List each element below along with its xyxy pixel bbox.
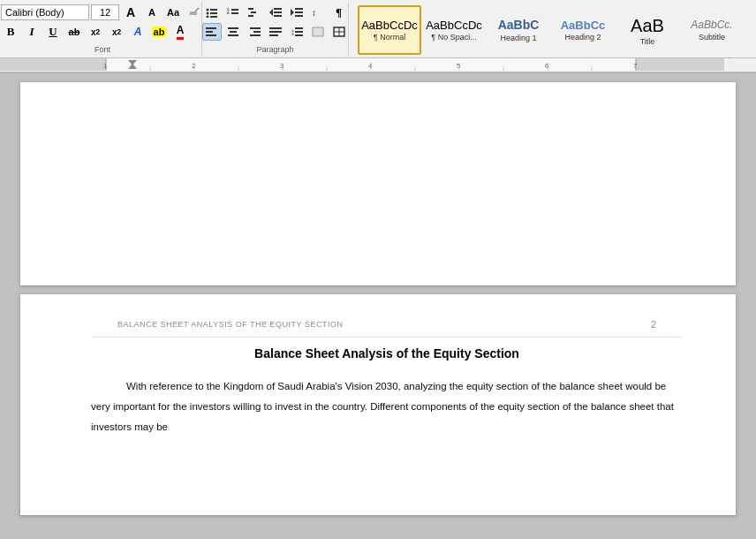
svg-rect-3	[210, 9, 217, 11]
font-group: Calibri (Body) 12 A A Aa	[4, 2, 202, 56]
subscript-button[interactable]: x2	[86, 23, 105, 41]
sort-icon: ↕	[312, 7, 324, 18]
svg-rect-27	[228, 27, 238, 29]
svg-text:↕: ↕	[291, 27, 295, 37]
svg-point-6	[206, 16, 208, 19]
style-normal[interactable]: AaBbCcDc ¶ Normal	[358, 5, 421, 55]
decrease-indent-icon	[269, 7, 282, 18]
ruler-svg: 1 2 3 4 5 6 7	[0, 58, 724, 71]
style-heading2-label: Heading 2	[564, 33, 601, 42]
style-heading1[interactable]: AaBbC Heading 1	[487, 5, 550, 55]
bold-button[interactable]: B	[1, 23, 20, 41]
font-color-button[interactable]: A	[170, 23, 190, 41]
toolbar: Calibri (Body) 12 A A Aa	[0, 0, 756, 73]
decrease-indent-button[interactable]	[266, 4, 285, 21]
document-area: BALANCE SHEET ANALYSIS OF THE EQUITY SEC…	[0, 73, 756, 524]
svg-rect-13	[251, 11, 256, 13]
style-no-spacing[interactable]: AaBbCcDc ¶ No Spaci...	[422, 5, 486, 55]
align-left-button[interactable]	[202, 23, 222, 41]
multilevel-list-button[interactable]	[245, 4, 264, 21]
eraser-icon	[188, 6, 200, 19]
italic-button[interactable]: I	[22, 23, 42, 41]
page-header-title: BALANCE SHEET ANALYSIS OF THE EQUITY SEC…	[117, 320, 343, 329]
show-paragraph-button[interactable]: ¶	[329, 4, 349, 21]
svg-rect-18	[274, 15, 282, 17]
page-2[interactable]: BALANCE SHEET ANALYSIS OF THE EQUITY SEC…	[20, 294, 736, 515]
svg-rect-34	[269, 31, 282, 33]
svg-text:7: 7	[633, 62, 638, 70]
shading-button[interactable]	[308, 23, 328, 41]
increase-indent-icon	[291, 7, 303, 18]
ribbon: Calibri (Body) 12 A A Aa	[0, 0, 756, 58]
svg-rect-22	[295, 15, 303, 17]
ruler: 1 2 3 4 5 6 7	[0, 58, 756, 72]
svg-rect-24	[206, 27, 216, 29]
svg-rect-16	[274, 8, 282, 10]
bullets-button[interactable]	[202, 4, 222, 21]
numbering-button[interactable]: 1. 2.	[223, 4, 243, 21]
style-title-label: Title	[640, 37, 655, 46]
shrink-font-button[interactable]: A	[142, 4, 162, 21]
style-subtitle[interactable]: AaBbCc. Subtitle	[680, 5, 744, 55]
svg-text:5: 5	[457, 62, 461, 70]
svg-rect-44	[0, 58, 106, 71]
style-title[interactable]: AaB Title	[616, 5, 679, 55]
page-1[interactable]	[20, 82, 736, 285]
style-normal-preview: AaBbCcDc	[361, 19, 418, 33]
svg-text:2.: 2.	[227, 11, 230, 15]
para-row2: ↕	[202, 23, 349, 41]
borders-button[interactable]	[329, 23, 349, 41]
svg-text:3: 3	[280, 62, 284, 70]
svg-rect-30	[250, 27, 261, 29]
multilevel-icon	[248, 7, 261, 18]
style-heading2[interactable]: AaBbCc Heading 2	[551, 5, 615, 55]
style-title-preview: AaB	[631, 15, 664, 36]
align-center-icon	[227, 27, 239, 37]
text-effects-button[interactable]: A	[128, 23, 147, 41]
justify-button[interactable]	[266, 23, 285, 41]
sort-button[interactable]: ↕	[308, 4, 328, 21]
align-right-button[interactable]	[245, 23, 264, 41]
svg-point-4	[206, 12, 208, 15]
font-name-box[interactable]: Calibri (Body)	[1, 4, 89, 20]
svg-rect-31	[253, 31, 261, 33]
font-size-text: 12	[100, 7, 110, 18]
svg-rect-32	[250, 34, 261, 36]
style-no-spacing-preview: AaBbCcDc	[426, 19, 482, 33]
svg-rect-7	[210, 16, 217, 18]
svg-rect-35	[269, 34, 278, 36]
svg-rect-5	[210, 12, 217, 14]
align-left-icon	[206, 27, 218, 37]
svg-rect-14	[248, 15, 253, 17]
numbering-icon: 1. 2.	[227, 7, 239, 18]
svg-marker-15	[269, 9, 273, 16]
svg-rect-39	[295, 34, 303, 36]
grow-font-button[interactable]: A	[121, 4, 140, 21]
document-body[interactable]: With reference to the Kingdom of Saudi A…	[91, 376, 683, 437]
font-group-label: Font	[4, 45, 201, 54]
svg-rect-0	[190, 11, 197, 15]
svg-rect-38	[295, 31, 303, 33]
paragraph-group: 1. 2.	[202, 2, 349, 56]
underline-button[interactable]: U	[43, 23, 63, 41]
svg-point-2	[206, 9, 208, 11]
paragraph-group-label: Paragraph	[202, 45, 348, 54]
font-name-text: Calibri (Body)	[5, 7, 64, 18]
svg-rect-9	[231, 9, 238, 11]
styles-group: AaBbCcDc ¶ Normal AaBbCcDc ¶ No Spaci...…	[349, 2, 752, 56]
text-highlight-button[interactable]: ab	[149, 23, 169, 41]
style-subtitle-label: Subtitle	[699, 33, 725, 42]
svg-rect-17	[274, 11, 282, 13]
increase-indent-button[interactable]	[287, 4, 306, 21]
strikethrough-button[interactable]: ab	[64, 23, 84, 41]
svg-text:4: 4	[368, 62, 373, 70]
font-size-box[interactable]: 12	[91, 4, 119, 20]
line-spacing-icon: ↕	[291, 27, 303, 37]
document-heading[interactable]: Balance Sheet Analysis of the Equity Sec…	[91, 346, 683, 361]
svg-text:↕: ↕	[312, 8, 316, 18]
line-spacing-button[interactable]: ↕	[287, 23, 306, 41]
superscript-button[interactable]: x2	[107, 23, 126, 41]
align-center-button[interactable]	[223, 23, 243, 41]
borders-icon	[333, 27, 345, 37]
change-case-button[interactable]: Aa	[163, 4, 183, 21]
